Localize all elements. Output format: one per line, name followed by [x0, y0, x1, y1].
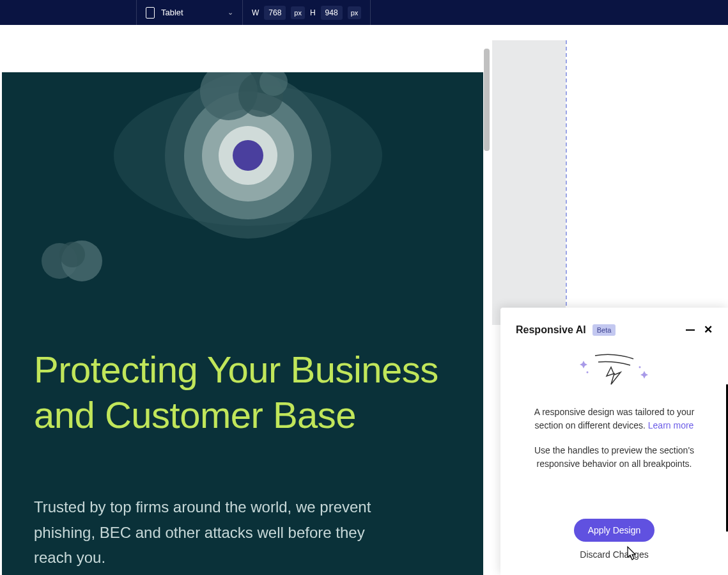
svg-point-13: [639, 366, 641, 368]
panel-paragraph-2: Use the handles to preview the section's…: [523, 444, 705, 471]
apply-design-button[interactable]: Apply Design: [574, 519, 655, 542]
close-icon[interactable]: ✕: [704, 323, 713, 336]
hero-title: Protecting Your Business and Customer Ba…: [34, 347, 483, 438]
panel-header: Responsive AI Beta ✕: [516, 323, 713, 336]
scrollbar-thumb[interactable]: [484, 49, 490, 151]
beta-badge: Beta: [592, 324, 616, 336]
design-canvas[interactable]: Protecting Your Business and Customer Ba…: [2, 40, 483, 575]
top-toolbar: Tablet ⌄ W 768 px H 948 px: [0, 0, 728, 25]
panel-actions: Apply Design Discard Changes: [500, 519, 728, 560]
panel-controls: ✕: [686, 323, 713, 336]
device-selector[interactable]: Tablet ⌄: [136, 0, 243, 25]
tablet-icon: [146, 7, 155, 19]
panel-title: Responsive AI: [516, 324, 586, 336]
panel-illustration: [516, 349, 713, 388]
dimension-controls: W 768 px H 948 px: [243, 0, 371, 25]
cloud-icon-top: [194, 72, 296, 123]
panel-body: A responsive design was tailored to your…: [516, 406, 713, 471]
discard-changes-link[interactable]: Discard Changes: [500, 549, 728, 560]
minimize-icon[interactable]: [686, 329, 695, 331]
guide-background: [492, 40, 566, 325]
width-unit: px: [291, 6, 305, 19]
svg-point-12: [587, 372, 589, 374]
guide-line[interactable]: [566, 40, 567, 325]
responsive-ai-panel: Responsive AI Beta ✕ A responsive design…: [500, 308, 728, 575]
height-label: H: [310, 8, 316, 17]
hero-section: Protecting Your Business and Customer Ba…: [2, 72, 483, 575]
width-label: W: [252, 8, 259, 17]
cloud-icon-bottom: [37, 232, 114, 283]
hero-subtitle: Trusted by top firms around the world, w…: [34, 494, 392, 571]
width-input[interactable]: 768: [264, 6, 286, 20]
height-input[interactable]: 948: [321, 6, 343, 20]
device-label: Tablet: [161, 8, 221, 17]
learn-more-link[interactable]: Learn more: [648, 420, 694, 430]
chevron-down-icon: ⌄: [228, 8, 233, 17]
height-unit: px: [348, 6, 362, 19]
svg-point-11: [59, 242, 85, 267]
svg-point-5: [233, 140, 263, 171]
workspace: Protecting Your Business and Customer Ba…: [0, 25, 728, 575]
